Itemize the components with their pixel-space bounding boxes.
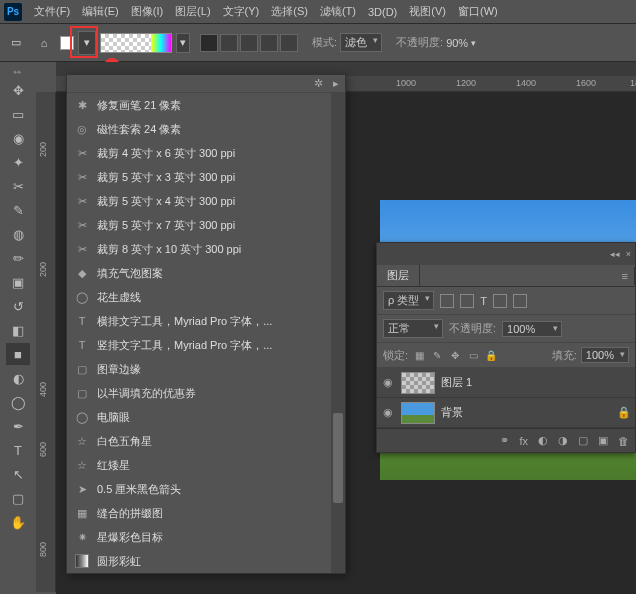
- menu-image[interactable]: 图像(I): [125, 1, 169, 22]
- filter-pixel-icon[interactable]: [440, 294, 454, 308]
- menu-window[interactable]: 窗口(W): [452, 1, 504, 22]
- fx-icon[interactable]: fx: [519, 435, 528, 447]
- move-tool[interactable]: ✥: [6, 79, 30, 101]
- menu-edit[interactable]: 编辑(E): [76, 1, 125, 22]
- menu-filter[interactable]: 滤镜(T): [314, 1, 362, 22]
- filter-smart-icon[interactable]: [513, 294, 527, 308]
- gradient-tool[interactable]: ■: [6, 343, 30, 365]
- preset-item[interactable]: ◆填充气泡图案: [67, 261, 345, 285]
- gradient-swatch[interactable]: [60, 36, 74, 50]
- wand-tool[interactable]: ✦: [6, 151, 30, 173]
- tool-preset-icon[interactable]: ▭: [4, 31, 28, 55]
- layer-item[interactable]: ◉ 背景 🔒: [377, 398, 635, 428]
- visibility-icon[interactable]: ◉: [381, 406, 395, 419]
- trash-icon[interactable]: 🗑: [618, 435, 629, 447]
- preset-item[interactable]: ✂裁剪 5 英寸 x 4 英寸 300 ppi: [67, 189, 345, 213]
- shape-tool[interactable]: ▢: [6, 487, 30, 509]
- lock-move-icon[interactable]: ✥: [448, 348, 462, 362]
- blend-mode-select[interactable]: 正常: [383, 319, 443, 338]
- filter-adjust-icon[interactable]: [460, 294, 474, 308]
- layer-item[interactable]: ◉ 图层 1: [377, 368, 635, 398]
- layer-thumbnail[interactable]: [401, 402, 435, 424]
- flyout-icon[interactable]: ▸: [333, 77, 339, 90]
- reflected-gradient[interactable]: [260, 34, 278, 52]
- menu-layer[interactable]: 图层(L): [169, 1, 216, 22]
- mask-icon[interactable]: ◐: [538, 434, 548, 447]
- group-icon[interactable]: ▢: [578, 434, 588, 447]
- preset-item[interactable]: ✂裁剪 4 英寸 x 6 英寸 300 ppi: [67, 141, 345, 165]
- layer-opacity-value[interactable]: 100%: [502, 321, 562, 337]
- preset-item[interactable]: ✱修复画笔 21 像素: [67, 93, 345, 117]
- preset-item[interactable]: ◎磁性套索 24 像素: [67, 117, 345, 141]
- preset-item[interactable]: ✂裁剪 5 英寸 x 7 英寸 300 ppi: [67, 213, 345, 237]
- blend-mode-select[interactable]: 滤色: [340, 33, 382, 52]
- home-icon[interactable]: ⌂: [32, 31, 56, 55]
- blur-tool[interactable]: ◐: [6, 367, 30, 389]
- pen-tool[interactable]: ✒: [6, 415, 30, 437]
- preset-item[interactable]: T竖排文字工具，Myriad Pro 字体，...: [67, 333, 345, 357]
- menu-select[interactable]: 选择(S): [265, 1, 314, 22]
- preset-list[interactable]: ✱修复画笔 21 像素 ◎磁性套索 24 像素 ✂裁剪 4 英寸 x 6 英寸 …: [67, 93, 345, 573]
- preset-item[interactable]: T横排文字工具，Myriad Pro 字体，...: [67, 309, 345, 333]
- preset-item[interactable]: ◯电脑眼: [67, 405, 345, 429]
- preset-item[interactable]: ✂裁剪 5 英寸 x 3 英寸 300 ppi: [67, 165, 345, 189]
- menu-type[interactable]: 文字(Y): [217, 1, 266, 22]
- preset-item[interactable]: ▢图章边缘: [67, 357, 345, 381]
- linear-gradient[interactable]: [200, 34, 218, 52]
- type-tool[interactable]: T: [6, 439, 30, 461]
- gradient-picker-dropdown[interactable]: ▾: [176, 33, 190, 53]
- lasso-tool[interactable]: ◉: [6, 127, 30, 149]
- fill-value[interactable]: 100%: [581, 347, 629, 363]
- radial-gradient[interactable]: [220, 34, 238, 52]
- preset-item[interactable]: ☆红矮星: [67, 453, 345, 477]
- preset-item[interactable]: ▦缝合的拼缀图: [67, 501, 345, 525]
- menu-file[interactable]: 文件(F): [28, 1, 76, 22]
- opacity-value[interactable]: 90%: [446, 37, 468, 49]
- preset-item-selected[interactable]: 圆形彩虹: [67, 549, 345, 573]
- heal-tool[interactable]: ◍: [6, 223, 30, 245]
- layer-name[interactable]: 图层 1: [441, 375, 631, 390]
- layer-thumbnail[interactable]: [401, 372, 435, 394]
- menu-view[interactable]: 视图(V): [403, 1, 452, 22]
- brush-tool[interactable]: ✏: [6, 247, 30, 269]
- marquee-tool[interactable]: ▭: [6, 103, 30, 125]
- app-logo[interactable]: Ps: [4, 3, 22, 21]
- preset-item[interactable]: ☆白色五角星: [67, 429, 345, 453]
- filter-type-icon[interactable]: T: [480, 295, 487, 307]
- lock-pixels-icon[interactable]: ▦: [412, 348, 426, 362]
- preset-item[interactable]: ✂裁剪 8 英寸 x 10 英寸 300 ppi: [67, 237, 345, 261]
- scrollbar-thumb[interactable]: [333, 413, 343, 503]
- eraser-tool[interactable]: ◧: [6, 319, 30, 341]
- diamond-gradient[interactable]: [280, 34, 298, 52]
- link-icon[interactable]: ⚭: [500, 434, 509, 447]
- preset-item[interactable]: ◯花生虚线: [67, 285, 345, 309]
- chevron-down-icon[interactable]: ▾: [471, 38, 476, 48]
- preset-item[interactable]: ✷星爆彩色目标: [67, 525, 345, 549]
- lock-artboard-icon[interactable]: ▭: [466, 348, 480, 362]
- layer-name[interactable]: 背景: [441, 405, 611, 420]
- hand-tool[interactable]: ✋: [6, 511, 30, 533]
- gradient-preset-dropdown[interactable]: ▾: [78, 31, 96, 55]
- toolbar-collapse[interactable]: ▸▸: [0, 66, 36, 78]
- preset-item[interactable]: ➤0.5 厘米黑色箭头: [67, 477, 345, 501]
- layers-tab[interactable]: 图层: [377, 265, 420, 286]
- crop-tool[interactable]: ✂: [6, 175, 30, 197]
- dodge-tool[interactable]: ◯: [6, 391, 30, 413]
- eyedropper-tool[interactable]: ✎: [6, 199, 30, 221]
- gear-icon[interactable]: ✲: [314, 77, 323, 90]
- new-layer-icon[interactable]: ▣: [598, 434, 608, 447]
- history-brush-tool[interactable]: ↺: [6, 295, 30, 317]
- stamp-tool[interactable]: ▣: [6, 271, 30, 293]
- menu-3d[interactable]: 3D(D): [362, 3, 403, 21]
- filter-shape-icon[interactable]: [493, 294, 507, 308]
- lock-position-icon[interactable]: ✎: [430, 348, 444, 362]
- collapse-icon[interactable]: ◂◂: [610, 249, 620, 259]
- panel-menu-icon[interactable]: ≡: [616, 267, 635, 285]
- visibility-icon[interactable]: ◉: [381, 376, 395, 389]
- gradient-preview[interactable]: [100, 33, 172, 53]
- close-icon[interactable]: ×: [626, 249, 631, 259]
- lock-all-icon[interactable]: 🔒: [484, 348, 498, 362]
- preset-item[interactable]: ▢以半调填充的优惠券: [67, 381, 345, 405]
- scrollbar[interactable]: [331, 93, 345, 573]
- adjustment-icon[interactable]: ◑: [558, 434, 568, 447]
